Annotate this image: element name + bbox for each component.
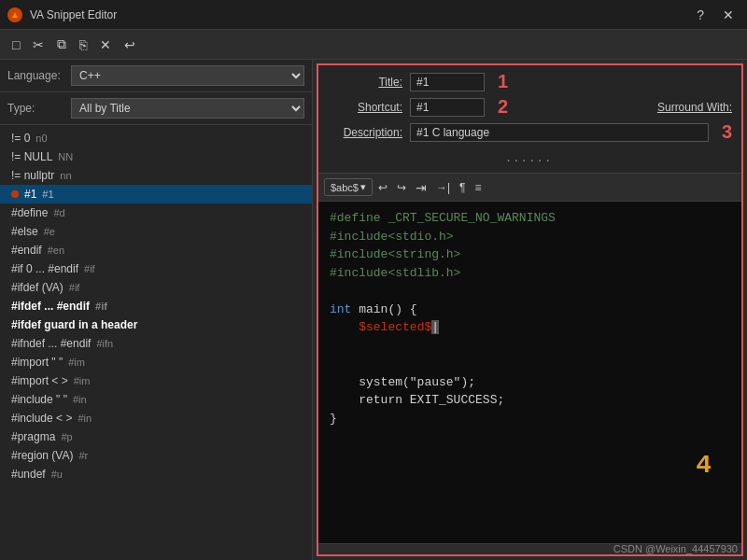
title-label: Title: xyxy=(328,76,402,89)
title-row: Title: 1 xyxy=(328,71,732,92)
snippet-title: #ifdef guard in a header xyxy=(11,318,137,331)
code-line-1: #define _CRT_SECURE_NO_WARNINGS xyxy=(330,209,730,228)
toolbar-cut-btn[interactable]: ✂ xyxy=(28,35,49,55)
snippet-item[interactable]: #include < >#in xyxy=(0,409,312,427)
snippet-item[interactable]: #ifdef ... #endif#if xyxy=(0,297,312,315)
snippet-title: #import < > xyxy=(11,374,68,387)
snippet-shortcut: #1 xyxy=(42,189,53,200)
insert-macro-btn[interactable]: $abc$ ▾ xyxy=(324,178,373,196)
title-input[interactable] xyxy=(410,73,485,91)
code-line-7: $selected$| xyxy=(330,318,730,337)
dot-icon xyxy=(11,190,19,198)
shortcut-label: Shortcut: xyxy=(328,101,402,114)
snippet-title: #if 0 ... #endif xyxy=(11,262,78,275)
undo-code-btn[interactable]: ↩ xyxy=(374,179,391,196)
snippet-title: #include < > xyxy=(11,412,72,425)
code-line-5 xyxy=(330,282,730,301)
toolbar-new-btn[interactable]: □ xyxy=(7,35,24,55)
menu-btn[interactable]: ≡ xyxy=(472,179,486,196)
snippet-item[interactable]: #ifndef ... #endif#ifn xyxy=(0,334,312,353)
toolbar-undo-btn[interactable]: ↩ xyxy=(120,35,140,55)
snippet-title: #define xyxy=(11,206,48,219)
snippet-title: #endif xyxy=(11,244,42,257)
close-button[interactable]: ✕ xyxy=(717,6,740,24)
snippet-item[interactable]: #region (VA)#r xyxy=(0,446,312,465)
snippet-item[interactable]: #if 0 ... #endif#if xyxy=(0,259,312,278)
snippet-title: #else xyxy=(11,225,38,238)
snippet-item[interactable]: #import < >#im xyxy=(0,371,312,390)
shortcut-input[interactable] xyxy=(410,98,485,117)
code-line-4: #include<stdlib.h> xyxy=(330,264,730,283)
abcs-label: $abc$ xyxy=(331,182,359,193)
snippet-shortcut: #r xyxy=(78,450,88,461)
toolbar-copy-btn[interactable]: ⧉ xyxy=(52,34,71,55)
snippet-item[interactable]: #ifdef guard in a header xyxy=(0,315,312,334)
snippet-item[interactable]: #endif#en xyxy=(0,241,312,259)
snippet-item[interactable]: != 0n0 xyxy=(0,129,312,147)
snippet-list: != 0n0!= NULLNN!= nullptrnn#1#1#define#d… xyxy=(0,125,312,560)
type-select[interactable]: All by Title xyxy=(71,98,304,119)
snippet-item[interactable]: != NULLNN xyxy=(0,147,312,166)
redo-code-btn[interactable]: ↪ xyxy=(393,179,410,196)
snippet-item[interactable]: #1#1 xyxy=(0,185,312,203)
language-select[interactable]: C++ xyxy=(71,65,304,86)
type-label: Type: xyxy=(7,102,63,115)
snippet-shortcut: #im xyxy=(74,375,91,386)
snippet-title: #import " " xyxy=(11,356,63,369)
snippet-title: != nullptr xyxy=(11,169,54,182)
toolbar-delete-btn[interactable]: ✕ xyxy=(95,35,116,55)
title-number: 1 xyxy=(498,71,508,92)
snippet-item[interactable]: #else#e xyxy=(0,222,312,241)
snippet-shortcut: nn xyxy=(60,170,71,181)
snippet-item[interactable]: #define#d xyxy=(0,203,312,222)
snippet-item[interactable]: #import " "#im xyxy=(0,353,312,371)
snippet-item[interactable]: #include " "#in xyxy=(0,390,312,409)
snippet-shortcut: #in xyxy=(78,413,92,424)
snippet-shortcut: #if xyxy=(84,263,95,274)
code-line-9 xyxy=(330,355,730,373)
shortcut-number: 2 xyxy=(498,96,508,118)
description-row: Description: 3 xyxy=(328,121,732,143)
snippet-shortcut: #if xyxy=(69,282,80,293)
snippet-shortcut: NN xyxy=(58,151,73,162)
app-icon: ▲ xyxy=(7,7,22,22)
help-button[interactable]: ? xyxy=(691,6,710,24)
pilcrow-btn[interactable]: ¶ xyxy=(456,179,469,196)
code-line-2: #include<stdio.h> xyxy=(330,228,730,246)
window-title: VA Snippet Editor xyxy=(30,8,684,21)
snippet-item[interactable]: #pragma#p xyxy=(0,427,312,446)
type-row: Type: All by Title xyxy=(0,92,312,125)
snippet-item[interactable]: #undef#u xyxy=(0,465,312,483)
snippet-title: #pragma xyxy=(11,430,55,443)
indent-btn[interactable]: ⇥ xyxy=(412,178,430,197)
snippet-shortcut: #if xyxy=(95,301,107,312)
snippet-item[interactable]: #ifdef (VA)#if xyxy=(0,278,312,297)
snippet-title: #include " " xyxy=(11,393,67,406)
snippet-shortcut: #u xyxy=(51,469,63,480)
code-line-11: return EXIT_SUCCESS; xyxy=(330,391,730,410)
description-input[interactable] xyxy=(410,123,709,142)
snippet-shortcut: #im xyxy=(68,357,85,368)
snippet-shortcut: #in xyxy=(73,394,87,405)
snippet-title: #region (VA) xyxy=(11,449,73,462)
code-line-10: system("pause"); xyxy=(330,373,730,392)
snippet-item[interactable]: != nullptrnn xyxy=(0,166,312,185)
code-line-6: int main() { xyxy=(330,301,730,319)
snippet-shortcut: #en xyxy=(48,245,64,256)
snippet-title: #undef xyxy=(11,468,46,481)
toolbar-paste-btn[interactable]: ⎘ xyxy=(75,35,92,55)
language-label: Language: xyxy=(7,69,63,82)
right-panel: Title: 1 Shortcut: 2 Surround With: Desc… xyxy=(317,63,743,556)
code-area[interactable]: #define _CRT_SECURE_NO_WARNINGS #include… xyxy=(318,202,741,543)
code-line-12: } xyxy=(330,410,730,428)
surround-with-label: Surround With: xyxy=(657,101,732,114)
title-bar: ▲ VA Snippet Editor ? ✕ xyxy=(0,0,747,30)
toolbar: □ ✂ ⧉ ⎘ ✕ ↩ xyxy=(0,30,747,60)
description-label: Description: xyxy=(328,126,402,139)
snippet-title: != 0 xyxy=(11,132,30,145)
tab-btn[interactable]: →| xyxy=(432,179,454,196)
code-line-8 xyxy=(330,337,730,356)
dropdown-icon: ▾ xyxy=(360,181,366,193)
code-toolbar: $abc$ ▾ ↩ ↪ ⇥ →| ¶ ≡ xyxy=(318,174,741,202)
fields-area: Title: 1 Shortcut: 2 Surround With: Desc… xyxy=(318,65,741,174)
